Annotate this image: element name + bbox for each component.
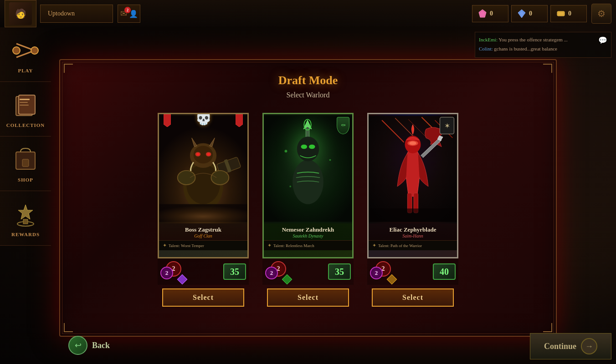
nemesor-name-area: Nemesor Zahndrekh Sautekh Dynasty [264,223,352,240]
username-box: Uptodown [40,5,113,23]
back-button[interactable]: ↩ Back [68,336,110,355]
rewards-label: REWARDS [11,232,40,237]
chat-message-2: Colint: gchans is busted...great balance [479,45,607,53]
svg-rect-14 [20,105,29,106]
svg-point-48 [289,186,291,187]
zagstruk-diamond [177,274,188,285]
svg-point-35 [211,171,229,185]
notification-button[interactable]: 2 ✉ 👤 [118,5,140,23]
card-nemesor-zahndrekh: ⚰ [262,113,354,307]
zagstruk-name-area: Boss Zagstruk Goff Clan [159,223,247,240]
svg-point-34 [178,171,195,185]
svg-rect-18 [23,219,28,224]
eliac-name-area: Eliac Zephyrblade Saim-Hann [369,223,457,240]
back-label: Back [92,341,110,350]
topbar: 🧑 Uptodown 2 ✉ 👤 0 0 [0,0,616,27]
nemesor-emblem: ⚰ [337,117,349,134]
chat-text-2: gchans is busted...great balance [494,46,557,51]
settings-button[interactable]: ⚙ [591,4,611,24]
card-boss-zagstruk: 💀 [158,113,249,307]
chat-expand-icon[interactable]: 💬 [598,36,607,45]
sidebar-item-collection[interactable]: COLLECTION [0,82,51,136]
select-nemesor-button[interactable]: Select [267,288,349,307]
rewards-icon [11,200,40,229]
svg-point-23 [186,164,220,204]
continue-arrow-icon: → [581,338,597,354]
chat-user-1: InckEmi: [479,37,498,42]
blue-gem-icon [517,9,526,18]
eliac-name: Eliac Zephyrblade [372,226,453,233]
zagstruk-stats: 2 2 35 [158,258,249,285]
zagstruk-skull-decoration: 💀 [195,113,212,126]
username-label: Uptodown [48,10,75,17]
shop-icon [11,145,40,174]
pink-gem-amount: 0 [490,10,493,17]
sidebar-item-shop[interactable]: SHOP [0,136,51,191]
continue-button[interactable]: Continue → [530,333,611,359]
nemesor-health-stat: 35 [328,263,351,280]
collection-label: COLLECTION [6,122,45,128]
zagstruk-art [159,114,247,223]
zagstruk-svg [159,114,247,223]
select-eliac-button[interactable]: Select [372,288,454,307]
svg-rect-16 [22,159,29,167]
modal-subtitle: Select Warlord [78,91,538,99]
nemesor-faction: Sautekh Dynasty [267,233,349,238]
eliac-stats: 2 2 40 [367,258,458,285]
modal-corner-br [543,323,552,332]
chat-text-1: You press the offence strategem ... [498,37,567,42]
svg-rect-5 [558,12,564,15]
modal-corner-bl [64,323,73,332]
gold-amount: 0 [568,10,571,17]
select-zagstruk-button[interactable]: Select [162,288,244,307]
eliac-emblem: ✶ [440,117,454,134]
chat-user-2: Colint: [479,46,493,51]
eliac-stats-left: 2 2 [370,260,397,283]
chat-panel: InckEmi: You press the offence strategem… [475,32,611,58]
sidebar-item-rewards[interactable]: REWARDS [0,191,51,246]
pink-gem-currency: 0 [472,5,508,22]
play-icon [11,36,40,65]
collection-icon [11,91,40,120]
eliac-diamond [387,274,397,285]
svg-rect-12 [20,99,30,100]
gold-currency: 0 [550,5,587,22]
svg-point-8 [13,47,20,54]
blue-gem-currency: 0 [511,5,548,22]
blue-gem-amount: 0 [529,10,532,17]
svg-point-45 [309,145,315,149]
eliac-talent-text: Talent: Path of the Warrior [378,243,422,248]
avatar: 🧑 [5,0,36,27]
svg-point-9 [31,47,38,54]
continue-label: Continue [544,342,576,351]
back-circle-icon: ↩ [68,336,87,355]
svg-marker-20 [236,114,243,127]
sidebar-item-play[interactable]: PLAY [0,27,51,82]
modal-corner-tr [543,64,552,73]
eliac-faction: Saim-Hann [372,233,453,238]
svg-point-47 [329,159,331,161]
nemesor-stats-left: 2 2 [265,260,293,283]
svg-point-57 [409,142,416,145]
pink-gem-icon [478,9,487,18]
zagstruk-name: Boss Zagstruk [163,226,244,233]
zagstruk-talent-area: ✦ Talent: Worst Temper [159,240,247,250]
currency-group: 0 0 0 [472,5,587,22]
zagstruk-faction: Goff Clan [163,233,244,238]
nemesor-purple-stat: 2 [265,267,278,279]
nemesor-talent-icon: ✦ [267,243,272,248]
card-frame-eliac: ✶ [367,113,458,258]
draft-modal: Draft Mode Select Warlord 💀 [59,59,557,337]
nemesor-talent-area: ✦ Talent: Relentless March [264,240,352,250]
play-label: PLAY [18,68,33,73]
modal-title: Draft Mode [78,74,538,87]
zagstruk-talent-icon: ✦ [163,243,167,248]
zagstruk-flag-red2 [236,114,243,129]
svg-rect-36 [159,204,247,222]
cards-container: 💀 [78,113,538,307]
gold-icon [556,9,565,18]
eliac-purple-stat: 2 [370,267,383,279]
nemesor-talent-text: Talent: Relentless March [273,243,314,248]
zagstruk-talent-text: Talent: Worst Temper [169,243,204,248]
nemesor-diamond [282,274,293,285]
